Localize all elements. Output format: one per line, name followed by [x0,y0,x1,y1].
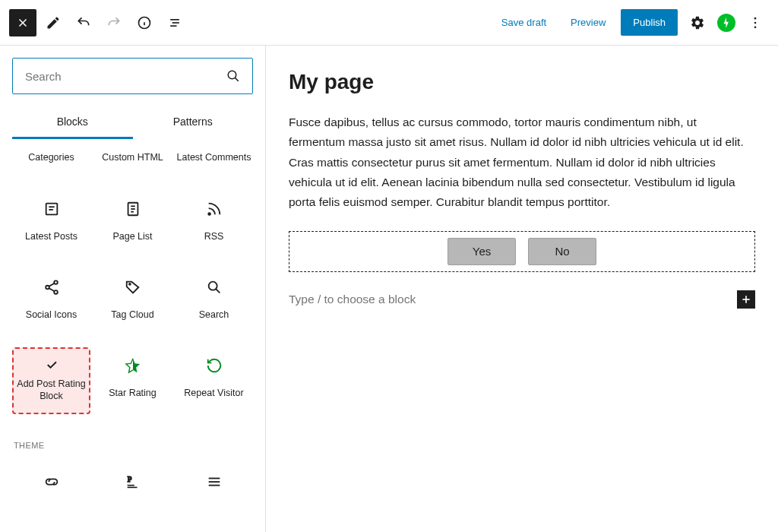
rating-block-selected[interactable]: Yes No [289,231,755,272]
new-block-row[interactable]: Type / to choose a block [289,290,755,309]
search-icon [226,69,240,83]
block-label: Repeat Visitor [184,387,243,399]
block-categories[interactable]: Categories [12,151,90,185]
editor-canvas[interactable]: My page Fusce dapibus, tellus ac cursus … [266,46,778,532]
jetpack-button[interactable] [717,14,735,32]
block-label: Latest Posts [25,230,77,242]
svg-point-8 [754,26,757,28]
svg-line-10 [236,78,239,81]
star-icon [118,350,148,381]
svg-point-24 [128,283,130,285]
block-star-rating[interactable]: Star Rating [93,347,172,420]
svg-point-20 [46,286,49,290]
block-label: Custom HTML [102,151,163,163]
block-label: Social Icons [26,309,77,321]
toolbar: Save draft Preview Publish [0,0,778,46]
block-tag-cloud[interactable]: Tag Cloud [93,269,172,341]
tab-blocks[interactable]: Blocks [12,106,133,139]
menu-icon [199,467,229,497]
outline-button[interactable] [161,9,188,36]
block-custom-html[interactable]: Custom HTML [93,151,172,185]
block-rss[interactable]: RSS [175,191,253,263]
svg-line-23 [49,288,54,291]
info-icon [137,15,152,30]
block-label: RSS [204,230,224,242]
svg-point-19 [54,280,58,284]
main-layout: Blocks Patterns Categories Custom HTML L… [0,46,778,532]
block-label: Tag Cloud [111,309,153,321]
list-view-icon [167,15,182,30]
yes-button[interactable]: Yes [448,238,516,265]
block-page-list[interactable]: Page List [93,191,172,263]
more-options-button[interactable] [742,9,769,36]
block-latest-comments[interactable]: Latest Comments [175,151,253,185]
page-title[interactable]: My page [289,70,755,94]
share-icon [36,272,67,302]
svg-point-18 [208,213,210,215]
latest-posts-icon [36,194,67,224]
theme-block-2[interactable]: P [93,464,172,532]
check-icon [36,355,67,375]
svg-line-22 [49,283,54,287]
svg-point-6 [754,17,757,19]
theme-block-3[interactable] [175,464,253,532]
block-add-post-rating[interactable]: Add Post Rating Block [12,347,90,414]
svg-point-9 [228,71,236,79]
redo-button[interactable] [100,9,128,36]
add-block-button[interactable] [737,290,755,309]
block-repeat-visitor[interactable]: Repeat Visitor [175,347,253,420]
block-label: Search [199,309,229,321]
save-draft-button[interactable]: Save draft [492,11,555,34]
block-label: Add Post Rating Block [17,378,86,403]
preview-button[interactable]: Preview [561,11,615,34]
svg-point-21 [54,290,58,294]
paragraph-icon: P [118,467,148,497]
theme-block-1[interactable] [12,464,90,532]
close-icon [16,16,30,30]
block-social-icons[interactable]: Social Icons [12,269,90,341]
gear-icon [690,15,705,30]
toolbar-right: Save draft Preview Publish [492,9,769,36]
repeat-icon [199,350,229,381]
pencil-icon [46,15,61,30]
theme-block-grid: P [12,464,253,532]
tools-button[interactable] [40,9,67,36]
block-latest-posts[interactable]: Latest Posts [12,191,90,263]
toolbar-left [9,9,188,36]
search-block-icon [199,272,229,302]
theme-section-label: THEME [14,441,253,450]
undo-icon [76,15,91,30]
tab-patterns[interactable]: Patterns [133,106,254,139]
svg-point-25 [208,282,217,290]
plus-icon [740,293,752,306]
block-label: Star Rating [109,387,157,399]
page-list-icon [118,194,148,224]
details-button[interactable] [131,9,158,36]
link-icon [36,467,67,497]
inserter-tabs: Blocks Patterns [12,106,253,139]
tag-icon [118,272,148,302]
jetpack-icon [721,17,732,28]
block-search[interactable]: Search [175,269,253,341]
rss-icon [199,194,229,224]
svg-text:P: P [127,475,131,483]
no-button[interactable]: No [528,238,596,265]
redo-icon [106,15,122,30]
block-label: Latest Comments [177,151,251,163]
block-label: Page List [112,230,152,242]
publish-button[interactable]: Publish [621,9,678,36]
close-inserter-button[interactable] [9,9,36,36]
block-grid: Categories Custom HTML Latest Comments L… [12,151,253,420]
kebab-icon [748,15,763,30]
block-inserter: Blocks Patterns Categories Custom HTML L… [0,46,266,532]
page-body-paragraph[interactable]: Fusce dapibus, tellus ac cursus commodo,… [289,112,755,213]
undo-button[interactable] [70,9,97,36]
block-label: Categories [28,151,74,163]
search-input[interactable] [25,70,226,83]
settings-button[interactable] [684,9,711,36]
svg-line-26 [216,289,220,293]
search-field-wrap[interactable] [12,58,253,94]
svg-point-7 [754,21,757,24]
new-block-placeholder: Type / to choose a block [289,293,416,306]
